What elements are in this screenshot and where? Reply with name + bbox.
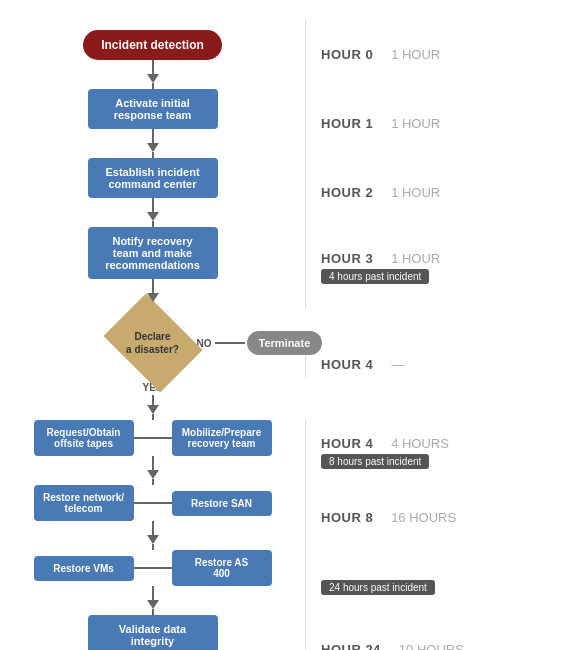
row-incident-detection: Incident detection HOUR 0 1 HOUR xyxy=(0,20,580,89)
node-request-tapes: Request/Obtain offsite tapes xyxy=(34,420,134,456)
node-declare-disaster: Declare a disaster? xyxy=(108,308,198,378)
row-validate-data: Validate data integrity HOUR 24 10 HOURS xyxy=(0,615,580,650)
hours-value-3: 1 HOUR xyxy=(391,251,440,266)
diag-activate-team: Activate initial response team xyxy=(0,89,305,158)
node-restore-vms: Restore VMs xyxy=(34,556,134,581)
timeline-5: HOUR 4 4 HOURS 8 hours past incident xyxy=(305,420,580,485)
diag-parallel-1: Request/Obtain offsite tapes Mobilize/Pr… xyxy=(0,420,305,485)
node-mobilize-team: Mobilize/Prepare recovery team xyxy=(172,420,272,456)
hour-label-4: HOUR 4 xyxy=(321,357,373,372)
hours-value-1: 1 HOUR xyxy=(391,116,440,131)
hour-label-2: HOUR 2 xyxy=(321,185,373,200)
hour-label-8: HOUR 24 xyxy=(321,642,381,650)
hour-label-5: HOUR 4 xyxy=(321,436,373,451)
node-restore-network: Restore network/ telecom xyxy=(34,485,134,521)
node-notify-recovery: Notify recovery team and make recommenda… xyxy=(88,227,218,279)
diag-notify-recovery: Notify recovery team and make recommenda… xyxy=(0,227,305,308)
timeline-0: HOUR 0 1 HOUR xyxy=(305,20,580,89)
row-parallel-3: Restore VMs Restore AS 400 24 hours past… xyxy=(0,550,580,615)
row-activate-team: Activate initial response team HOUR 1 1 … xyxy=(0,89,580,158)
diag-establish-command: Establish incident command center xyxy=(0,158,305,227)
node-incident-detection: Incident detection xyxy=(83,30,222,60)
node-activate-team: Activate initial response team xyxy=(88,89,218,129)
hours-value-6: 16 HOURS xyxy=(391,510,456,525)
diag-declare-disaster: Declare a disaster? NO Terminate YES xyxy=(0,308,305,420)
row-declare-disaster: Declare a disaster? NO Terminate YES HOU… xyxy=(0,308,580,420)
badge-5: 8 hours past incident xyxy=(321,454,429,469)
hours-value-0: 1 HOUR xyxy=(391,47,440,62)
timeline-1: HOUR 1 1 HOUR xyxy=(305,89,580,158)
hours-value-2: 1 HOUR xyxy=(391,185,440,200)
page: Incident detection HOUR 0 1 HOUR Activat… xyxy=(0,0,580,650)
hour-label-6: HOUR 8 xyxy=(321,510,373,525)
timeline-4: HOUR 4 — xyxy=(305,351,580,378)
timeline-8: HOUR 24 10 HOURS xyxy=(305,615,580,650)
timeline-2: HOUR 2 1 HOUR xyxy=(305,158,580,227)
hours-value-5: 4 HOURS xyxy=(391,436,449,451)
node-establish-command: Establish incident command center xyxy=(88,158,218,198)
diag-incident-detection: Incident detection xyxy=(0,20,305,89)
hours-value-8: 10 HOURS xyxy=(399,642,464,650)
hour-label-0: HOUR 0 xyxy=(321,47,373,62)
row-parallel-1: Request/Obtain offsite tapes Mobilize/Pr… xyxy=(0,420,580,485)
node-validate-data: Validate data integrity xyxy=(88,615,218,650)
diag-parallel-3: Restore VMs Restore AS 400 xyxy=(0,550,305,615)
hour-label-3: HOUR 3 xyxy=(321,251,373,266)
row-parallel-2: Restore network/ telecom Restore SAN HOU… xyxy=(0,485,580,550)
timeline-7: 24 hours past incident xyxy=(305,550,580,615)
row-notify-recovery: Notify recovery team and make recommenda… xyxy=(0,227,580,308)
timeline-6: HOUR 8 16 HOURS xyxy=(305,485,580,550)
diag-validate-data: Validate data integrity xyxy=(0,615,305,650)
timeline-3: HOUR 3 1 HOUR 4 hours past incident xyxy=(305,227,580,308)
badge-7: 24 hours past incident xyxy=(321,580,435,595)
hour-label-1: HOUR 1 xyxy=(321,116,373,131)
badge-3: 4 hours past incident xyxy=(321,269,429,284)
node-terminate: Terminate xyxy=(247,331,323,355)
node-restore-san: Restore SAN xyxy=(172,491,272,516)
hours-value-4: — xyxy=(391,357,404,372)
node-restore-as400: Restore AS 400 xyxy=(172,550,272,586)
row-establish-command: Establish incident command center HOUR 2… xyxy=(0,158,580,227)
diag-parallel-2: Restore network/ telecom Restore SAN xyxy=(0,485,305,550)
